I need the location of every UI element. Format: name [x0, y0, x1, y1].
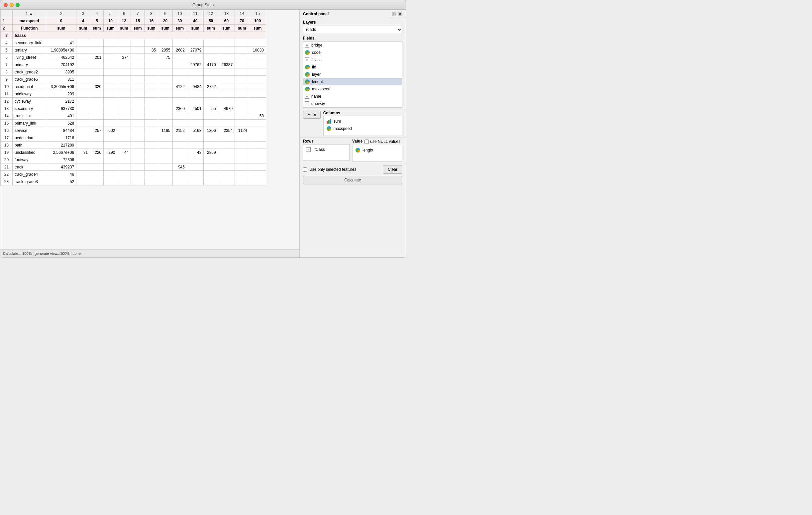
col-header-7[interactable]: 7	[131, 10, 145, 17]
field-item-bridge[interactable]: ≡ bridge	[303, 41, 402, 49]
table-row: 7 primary 704192 20762 4170 26387	[1, 61, 266, 68]
text-field-icon: ≡	[304, 57, 309, 62]
close-button[interactable]	[4, 3, 8, 7]
use-selected-label: Use only selected features	[309, 167, 356, 172]
col-header-14[interactable]: 14	[235, 10, 249, 17]
col-header-13[interactable]: 13	[218, 10, 235, 17]
function-label: Function	[12, 25, 46, 32]
ms-40: 40	[187, 17, 204, 25]
status-bar: Calculate... 100% | generate view...100%…	[0, 249, 299, 257]
table-row: 20 footway 72806	[1, 156, 266, 164]
table-row: 14 trunk_link 401 58	[1, 112, 266, 120]
table-row: 10 residential 3,30055e+06 320 4122 9484…	[1, 83, 266, 90]
col-header-15[interactable]: 15	[249, 10, 266, 17]
control-panel-header: Control panel ❐ ✕	[300, 10, 406, 18]
ms-0: 0	[46, 17, 77, 25]
field-item-osm-id[interactable]: ≡ osm_id	[303, 107, 402, 108]
calculate-button[interactable]: Calculate	[303, 176, 402, 184]
svg-rect-9	[330, 119, 331, 123]
field-label: fid	[312, 65, 316, 69]
field-item-lenght[interactable]: lenght	[303, 78, 402, 85]
columns-list[interactable]: sum maxspeed	[323, 116, 402, 136]
fn-sum-9: sum	[172, 25, 187, 32]
field-label: layer	[312, 72, 321, 77]
function-header-row: 2 Function sum sum sum sum sum sum sum s…	[1, 25, 266, 32]
cp-restore-icon[interactable]: ❐	[392, 11, 396, 16]
ms-100: 100	[249, 17, 266, 25]
svg-rect-8	[328, 120, 329, 123]
use-null-checkbox[interactable]	[365, 140, 369, 144]
filter-columns-area: Filter Columns sum	[300, 109, 406, 137]
minimize-button[interactable]	[10, 3, 13, 7]
ms-12: 12	[117, 17, 131, 25]
title-bar: Group Stats	[0, 0, 406, 10]
field-item-name[interactable]: ≡ name	[303, 93, 402, 100]
field-item-layer[interactable]: layer	[303, 71, 402, 78]
value-drop-area[interactable]: lenght	[352, 145, 402, 162]
col-header-3[interactable]: 3	[77, 10, 90, 17]
rows-box: Rows ≡ fclass	[303, 139, 350, 162]
columns-box: Columns sum	[323, 111, 402, 136]
column-item-label: sum	[334, 119, 341, 123]
fn-sum-13: sum	[235, 25, 249, 32]
fclass-section-row: 3 fclass	[1, 32, 266, 39]
fields-section: Fields ≡ bridge code	[300, 34, 406, 109]
layers-section: Layers roads	[300, 18, 406, 34]
ms-4: 4	[77, 17, 90, 25]
field-item-oneway[interactable]: ≡ oneway	[303, 100, 402, 107]
stats-table: 1 ▲ 2 3 4 5 6 7 8 9 10 11 12 13	[0, 10, 266, 185]
maximize-button[interactable]	[16, 3, 20, 7]
fn-sum-7: sum	[145, 25, 158, 32]
pie-value-icon	[355, 147, 360, 153]
text-field-icon: ≡	[304, 43, 309, 48]
layers-select[interactable]: roads	[303, 26, 402, 33]
table-scroll[interactable]: 1 ▲ 2 3 4 5 6 7 8 9 10 11 12 13	[0, 10, 299, 249]
filter-button[interactable]: Filter	[303, 111, 321, 119]
table-row: 6 living_street 462542 201 374 75	[1, 54, 266, 61]
table-row: 9 track_grade5 311	[1, 76, 266, 83]
control-panel: Control panel ❐ ✕ Layers roads Fields	[299, 10, 406, 257]
col-header-6[interactable]: 6	[117, 10, 131, 17]
cp-header-icons: ❐ ✕	[392, 11, 402, 16]
fn-sum-12: sum	[218, 25, 235, 32]
col-header-9[interactable]: 9	[158, 10, 172, 17]
use-selected-checkbox[interactable]	[303, 168, 307, 172]
fn-sum-6: sum	[131, 25, 145, 32]
col-header-2[interactable]: 2	[46, 10, 77, 17]
fn-sum-2: sum	[77, 25, 90, 32]
control-panel-title: Control panel	[303, 11, 328, 16]
row-num-2: 2	[1, 25, 12, 32]
field-label: name	[311, 94, 321, 99]
clear-button[interactable]: Clear	[383, 165, 402, 174]
use-null-label[interactable]: use NULL values	[365, 139, 400, 144]
text-icon-fclass: ≡	[306, 147, 311, 152]
column-header-row: 1 ▲ 2 3 4 5 6 7 8 9 10 11 12 13	[1, 10, 266, 17]
col-header-4[interactable]: 4	[90, 10, 104, 17]
ms-16: 16	[145, 17, 158, 25]
fn-sum-14: sum	[249, 25, 266, 32]
cp-close-icon[interactable]: ✕	[398, 11, 402, 16]
fields-label: Fields	[303, 36, 402, 40]
col-header-10[interactable]: 10	[172, 10, 187, 17]
pie-col-icon	[326, 126, 331, 131]
fn-sum-10: sum	[187, 25, 204, 32]
field-item-fclass[interactable]: ≡ fclass	[303, 56, 402, 63]
col-header-1[interactable]: 1 ▲	[12, 10, 46, 17]
fields-list[interactable]: ≡ bridge code ≡	[303, 41, 402, 108]
table-row: 12 cycleway 2172	[1, 98, 266, 105]
fn-sum-8: sum	[158, 25, 172, 32]
field-item-fid[interactable]: fid	[303, 63, 402, 71]
col-header-5[interactable]: 5	[104, 10, 117, 17]
field-item-code[interactable]: code	[303, 49, 402, 56]
field-item-maxspeed[interactable]: maxspeed	[303, 85, 402, 93]
ms-5: 5	[90, 17, 104, 25]
rows-drop-area[interactable]: ≡ fclass	[303, 144, 350, 161]
col-header-12[interactable]: 12	[204, 10, 218, 17]
rows-value-area: Rows ≡ fclass Value use NULL values	[300, 137, 406, 163]
column-item-maxspeed: maxspeed	[325, 125, 401, 132]
fn-sum-4: sum	[104, 25, 117, 32]
calculate-row: Calculate	[303, 176, 402, 184]
window-controls	[4, 3, 20, 7]
col-header-11[interactable]: 11	[187, 10, 204, 17]
col-header-8[interactable]: 8	[145, 10, 158, 17]
